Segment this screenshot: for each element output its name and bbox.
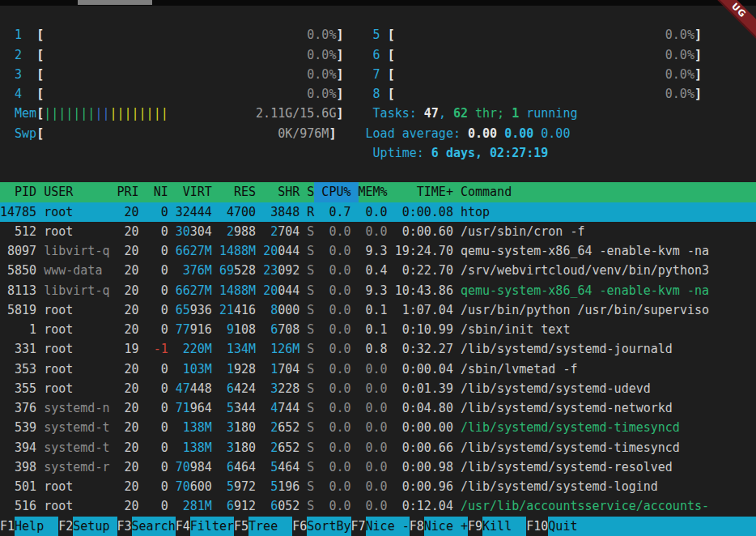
text-segment [351,241,359,261]
fkey-f8-key[interactable]: F8 [410,517,424,536]
fkey-f7-key[interactable]: F7 [351,517,366,536]
process-row-398[interactable]: 398 systemd-r 20 0 70984 6464 5464 S 0.0… [0,457,756,477]
user-cell: root [44,300,109,320]
mem-bar-green: ||||||| [44,104,95,123]
header-columns-left[interactable]: PID USER PRI NI VIRT RES SHR S [0,182,314,202]
text-segment [139,496,147,516]
priority-cell: 20 [117,418,139,437]
process-row-8097[interactable]: 8097 libvirt-q 20 0 6627M 1488M 20044 S … [0,241,756,261]
command-cell: qemu-system-x86_64 -enable-kvm -na [461,281,709,300]
process-row-539[interactable]: 539 systemd-t 20 0 138M 3180 2652 S 0.0 … [0,418,756,437]
fkey-f1-key[interactable]: F1 [0,517,15,536]
text-segment: 528 [234,261,256,280]
text-segment [109,281,117,300]
process-row-5850[interactable]: 5850 www-data 20 0 376M 69528 23092 S 0.… [0,261,756,280]
text-segment [44,25,307,45]
fkey-f4-key[interactable]: F4 [176,517,190,536]
text-segment [388,320,395,339]
pid-cell: 1 [0,320,36,339]
text-segment [139,241,147,261]
memory-meter-line: Mem[||||||||||||||||| 2.11G/15.6G] Tasks… [0,104,756,123]
text-segment [299,281,307,300]
sort-column-header-cpu[interactable]: CPU% [314,182,358,202]
fkey-f2-label[interactable]: Setup [73,517,117,536]
text-segment: 416 [234,300,256,320]
process-row-5819[interactable]: 5819 root 20 0 65936 21416 8000 S 0.0 0.… [0,300,756,320]
text-segment: 092 [278,261,299,280]
priority-cell: 20 [117,281,139,300]
fkey-f8-label[interactable]: Nice + [424,517,468,536]
meter-close-bracket: ] [329,124,336,143]
text-segment: 71 [176,398,190,418]
text-segment [139,359,147,379]
load-5m: 0.00 [504,124,533,143]
fkey-f3-key[interactable]: F3 [117,517,132,536]
fkey-f4-label[interactable]: Filter [190,517,234,536]
process-row-1[interactable]: 1 root 20 0 77916 9108 6708 S 0.0 0.1 0:… [0,320,756,339]
text-segment [36,281,44,300]
text-segment [299,320,307,339]
process-row-376[interactable]: 376 systemd-n 20 0 71964 5344 4744 S 0.0… [0,398,756,418]
process-row-331[interactable]: 331 root 19 -1 220M 134M 126M S 0.0 0.8 … [0,339,756,359]
text-segment: 70 [176,457,190,477]
fkey-f3-label[interactable]: Search [132,517,176,536]
header-columns-right[interactable]: MEM% TIME+ Command [359,182,756,202]
nice-cell: 0 [147,477,168,496]
time-cell: 1:07.04 [395,300,453,320]
fkey-f1-label[interactable]: Help [15,517,58,536]
text-segment [343,84,372,104]
meter-close-bracket: ] [694,65,702,84]
fkey-f5-key[interactable]: F5 [234,517,248,536]
text-segment: 70 [176,477,190,496]
fkey-f5-label[interactable]: Tree [248,517,292,536]
process-row-14785[interactable]: 14785 root 20 0 32444 4700 3848 R 0.7 0.… [0,202,756,222]
fkey-f2-key[interactable]: F2 [58,517,73,536]
text-segment [388,496,395,516]
text-segment [497,124,504,143]
text-segment [109,477,117,496]
text-segment [168,261,176,280]
text-segment [109,339,117,359]
text-segment: 228 [278,379,299,398]
window-drag-handle[interactable] [78,0,152,5]
fkey-f9-key[interactable]: F9 [468,517,482,536]
fkey-f7-label[interactable]: Nice - [366,517,410,536]
text-segment: 2 [227,222,234,241]
process-row-516[interactable]: 516 root 20 0 281M 6912 6052 S 0.0 0.0 0… [0,496,756,516]
process-row-353[interactable]: 353 root 20 0 103M 1928 1704 S 0.0 0.0 0… [0,359,756,379]
nice-cell: 0 [147,379,168,398]
text-segment [139,398,147,418]
text-segment [212,339,219,359]
fkey-f9-label[interactable]: Kill [482,517,526,536]
user-cell: www-data [44,261,109,280]
text-segment [299,241,307,261]
fkey-f6-label[interactable]: SortBy [307,517,350,536]
process-row-501[interactable]: 501 root 20 0 70600 5972 5196 S 0.0 0.0 … [0,477,756,496]
fkey-f10-label[interactable]: Quit [548,517,756,536]
fkey-f6-key[interactable]: F6 [292,517,307,536]
nice-cell: 0 [147,281,168,300]
text-segment [44,65,307,84]
text-segment [299,300,307,320]
state-cell: S [307,261,314,280]
priority-cell: 20 [117,496,139,516]
text-segment [453,477,461,496]
process-row-355[interactable]: 355 root 20 0 47448 6424 3228 S 0.0 0.0 … [0,379,756,398]
text-segment [351,379,359,398]
meter-open-bracket: [ [36,104,44,123]
text-segment [314,438,321,457]
text-segment [343,45,372,65]
meter-open-bracket: [ [36,84,44,104]
process-row-394[interactable]: 394 systemd-t 20 0 138M 3180 2652 S 0.0 … [0,438,756,457]
priority-cell: 20 [117,241,139,261]
fkey-f10-key[interactable]: F10 [526,517,548,536]
state-cell: S [307,457,314,477]
text-segment [256,320,263,339]
text-segment [299,202,307,222]
table-header-row[interactable]: PID USER PRI NI VIRT RES SHR S CPU% MEM%… [0,182,756,202]
process-row-8113[interactable]: 8113 libvirt-q 20 0 6627M 1488M 20044 S … [0,281,756,300]
process-row-512[interactable]: 512 root 20 0 30304 2988 2704 S 0.0 0.0 … [0,222,756,241]
state-cell: S [307,398,314,418]
nice-cell: 0 [147,457,168,477]
time-cell: 0:12.04 [395,496,453,516]
